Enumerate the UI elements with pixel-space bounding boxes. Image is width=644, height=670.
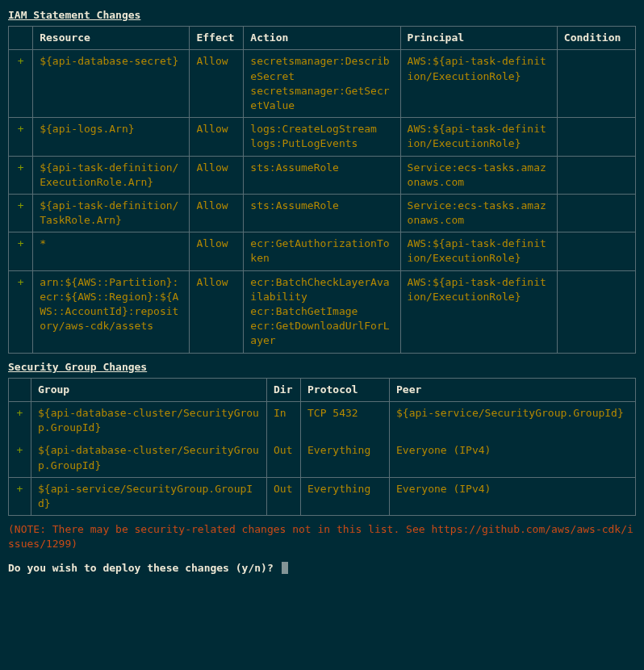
iam-principal: AWS:${api-task-definition/ExecutionRole}: [400, 232, 557, 270]
iam-resource: ${api-database-secret}: [33, 50, 190, 118]
iam-principal: AWS:${api-task-definition/ExecutionRole}: [400, 118, 557, 156]
change-marker: +: [9, 194, 33, 232]
sg-table: Group Dir Protocol Peer +${api-database-…: [8, 378, 636, 516]
iam-action: sts:AssumeRole: [244, 156, 400, 194]
iam-effect: Allow: [190, 156, 244, 194]
deploy-prompt-line[interactable]: Do you wish to deploy these changes (y/n…: [8, 561, 636, 576]
iam-action: ecr:BatchCheckLayerAvailability ecr:Batc…: [244, 270, 400, 353]
iam-header-action: Action: [244, 27, 400, 50]
iam-row: +${api-task-definition/ExecutionRole.Arn…: [9, 156, 636, 194]
sg-header-dir: Dir: [267, 378, 301, 401]
iam-condition: [557, 50, 635, 118]
sg-group: ${api-database-cluster/SecurityGroup.Gro…: [31, 401, 267, 439]
sg-header-protocol: Protocol: [301, 378, 390, 401]
sg-header-group: Group: [31, 378, 267, 401]
iam-condition: [557, 232, 635, 270]
iam-resource: *: [33, 232, 190, 270]
sg-dir: Out: [267, 439, 301, 477]
iam-header-blank: [9, 27, 33, 50]
iam-condition: [557, 194, 635, 232]
iam-header-effect: Effect: [190, 27, 244, 50]
iam-principal: AWS:${api-task-definition/ExecutionRole}: [400, 270, 557, 353]
change-marker: +: [9, 232, 33, 270]
iam-effect: Allow: [190, 270, 244, 353]
iam-row: +${api-logs.Arn}Allowlogs:CreateLogStrea…: [9, 118, 636, 156]
iam-row: +arn:${AWS::Partition}:ecr:${AWS::Region…: [9, 270, 636, 353]
sg-peer: ${api-service/SecurityGroup.GroupId}: [390, 401, 636, 439]
iam-row: +${api-task-definition/TaskRole.Arn}Allo…: [9, 194, 636, 232]
change-marker: +: [9, 401, 31, 439]
iam-action: sts:AssumeRole: [244, 194, 400, 232]
iam-header-row: Resource Effect Action Principal Conditi…: [9, 27, 636, 50]
sg-group: ${api-database-cluster/SecurityGroup.Gro…: [31, 439, 267, 477]
iam-effect: Allow: [190, 118, 244, 156]
security-note: (NOTE: There may be security-related cha…: [8, 522, 636, 551]
iam-row: +*Allowecr:GetAuthorizationTokenAWS:${ap…: [9, 232, 636, 270]
change-marker: +: [9, 118, 33, 156]
iam-resource: ${api-task-definition/ExecutionRole.Arn}: [33, 156, 190, 194]
iam-condition: [557, 270, 635, 353]
change-marker: +: [9, 477, 31, 515]
cursor-icon: [282, 562, 288, 574]
iam-principal: Service:ecs-tasks.amazonaws.com: [400, 156, 557, 194]
sg-peer: Everyone (IPv4): [390, 439, 636, 477]
sg-group: ${api-service/SecurityGroup.GroupId}: [31, 477, 267, 515]
sg-dir: In: [267, 401, 301, 439]
iam-section-header: IAM Statement Changes: [8, 8, 636, 23]
iam-effect: Allow: [190, 232, 244, 270]
change-marker: +: [9, 50, 33, 118]
sg-header-blank: [9, 378, 31, 401]
iam-header-resource: Resource: [33, 27, 190, 50]
deploy-prompt-text: Do you wish to deploy these changes (y/n…: [8, 562, 280, 574]
iam-resource: ${api-task-definition/TaskRole.Arn}: [33, 194, 190, 232]
change-marker: +: [9, 439, 31, 477]
iam-condition: [557, 118, 635, 156]
sg-row: +${api-service/SecurityGroup.GroupId}Out…: [9, 477, 636, 515]
iam-header-principal: Principal: [400, 27, 557, 50]
sg-row: +${api-database-cluster/SecurityGroup.Gr…: [9, 439, 636, 477]
iam-resource: ${api-logs.Arn}: [33, 118, 190, 156]
iam-condition: [557, 156, 635, 194]
sg-dir: Out: [267, 477, 301, 515]
change-marker: +: [9, 270, 33, 353]
sg-section-header: Security Group Changes: [8, 360, 636, 375]
iam-effect: Allow: [190, 50, 244, 118]
iam-principal: AWS:${api-task-definition/ExecutionRole}: [400, 50, 557, 118]
iam-action: logs:CreateLogStream logs:PutLogEvents: [244, 118, 400, 156]
iam-resource: arn:${AWS::Partition}:ecr:${AWS::Region}…: [33, 270, 190, 353]
sg-protocol: Everything: [301, 477, 390, 515]
iam-header-condition: Condition: [557, 27, 635, 50]
sg-protocol: TCP 5432: [301, 401, 390, 439]
sg-header-peer: Peer: [390, 378, 636, 401]
sg-row: +${api-database-cluster/SecurityGroup.Gr…: [9, 401, 636, 439]
iam-statement-table: Resource Effect Action Principal Conditi…: [8, 26, 636, 353]
iam-row: +${api-database-secret}Allowsecretsmanag…: [9, 50, 636, 118]
iam-effect: Allow: [190, 194, 244, 232]
change-marker: +: [9, 156, 33, 194]
sg-peer: Everyone (IPv4): [390, 477, 636, 515]
sg-protocol: Everything: [301, 439, 390, 477]
iam-action: ecr:GetAuthorizationToken: [244, 232, 400, 270]
sg-header-row: Group Dir Protocol Peer: [9, 378, 636, 401]
iam-action: secretsmanager:DescribeSecret secretsman…: [244, 50, 400, 118]
iam-principal: Service:ecs-tasks.amazonaws.com: [400, 194, 557, 232]
